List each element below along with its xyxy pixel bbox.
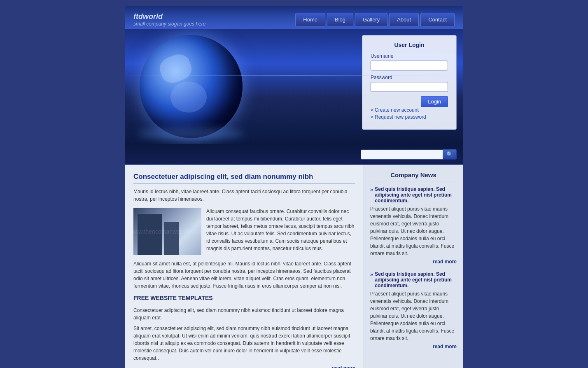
globe-image	[140, 35, 243, 138]
news-item-2-title: » Sed quis tristique sapien. Sed adipisc…	[370, 271, 457, 288]
password-input[interactable]	[371, 82, 448, 92]
article-image: www.thencomanwebsite.com	[133, 208, 201, 255]
site-title: ftdworld	[133, 12, 205, 21]
news-item-1: » Sed quis tristique sapien. Sed adipisc…	[370, 186, 457, 265]
login-panel: User Login Username Password Login Creat…	[362, 35, 457, 130]
article-intro: Mauris id lectus nibh, vitae laoreet ant…	[133, 188, 355, 203]
free-templates-body: Sit amet, consectetuer adipiscing elit, …	[133, 325, 355, 362]
login-button[interactable]: Login	[421, 96, 448, 107]
search-bar-section: 🔍	[125, 144, 463, 164]
content-right: Company News » Sed quis tristique sapien…	[364, 165, 463, 368]
nav-item-about[interactable]: About	[389, 13, 419, 26]
search-button[interactable]: 🔍	[443, 149, 457, 159]
nav-item-gallery[interactable]: Gallery	[355, 13, 387, 26]
create-account-link[interactable]: Create new account	[371, 107, 448, 113]
site-slogan: small company slogan goes here	[133, 21, 205, 27]
building-icon	[138, 214, 162, 255]
news-chevron-icon-1: »	[370, 186, 373, 192]
username-input[interactable]	[371, 61, 448, 70]
nav-item-contact[interactable]: Contact	[420, 13, 455, 26]
news-item-1-body: Praesent aliquet purus vitae mauris vene…	[370, 205, 457, 257]
news-chevron-icon-2: »	[370, 271, 373, 277]
globe-container	[125, 29, 257, 144]
login-links: Create new account Request new password	[371, 107, 448, 120]
hero-lines	[125, 75, 463, 76]
username-label: Username	[371, 53, 448, 59]
free-templates-title: FREE WEBSITE TEMPLATES	[133, 295, 355, 303]
search-input[interactable]	[361, 150, 443, 159]
login-title: User Login	[371, 42, 448, 48]
site-title-block: ftdworld small company slogan goes here	[133, 12, 205, 27]
site-header: ftdworld small company slogan goes here …	[125, 6, 463, 29]
free-templates-intro: Consectetuer adipiscing elit, sed diam n…	[133, 307, 355, 321]
nav-item-blog[interactable]: Blog	[327, 13, 353, 26]
hero-section: User Login Username Password Login Creat…	[125, 29, 463, 144]
free-templates-read-more[interactable]: read more	[133, 365, 355, 368]
main-content: Consectetuer adipiscing elit, sed diam n…	[125, 164, 463, 368]
news-item-2-read-more[interactable]: read more	[370, 344, 457, 349]
news-item-1-title: » Sed quis tristique sapien. Sed adipisc…	[370, 186, 457, 204]
request-password-link[interactable]: Request new password	[371, 114, 448, 120]
nav-item-home[interactable]: Home	[295, 13, 325, 26]
nav-bar: Home Blog Gallery About Contact	[295, 13, 455, 26]
article-title: Consectetuer adipiscing elit, sed diam n…	[133, 173, 355, 184]
news-item-2-body: Praesent aliquet purus vitae mauris vene…	[370, 290, 457, 342]
company-news-title: Company News	[370, 171, 457, 181]
article-text: Aliquam consequat faucibus ornare. Curab…	[206, 208, 355, 255]
globe-glow	[138, 128, 245, 140]
content-left: Consectetuer adipiscing elit, sed diam n…	[125, 165, 364, 368]
news-item-2: » Sed quis tristique sapien. Sed adipisc…	[370, 271, 457, 349]
news-item-1-read-more[interactable]: read more	[370, 259, 457, 265]
article-body: www.thencomanwebsite.com Aliquam consequ…	[133, 208, 355, 255]
article-full-text: Aliquam sit amet nulla est, at pellentes…	[133, 260, 355, 290]
